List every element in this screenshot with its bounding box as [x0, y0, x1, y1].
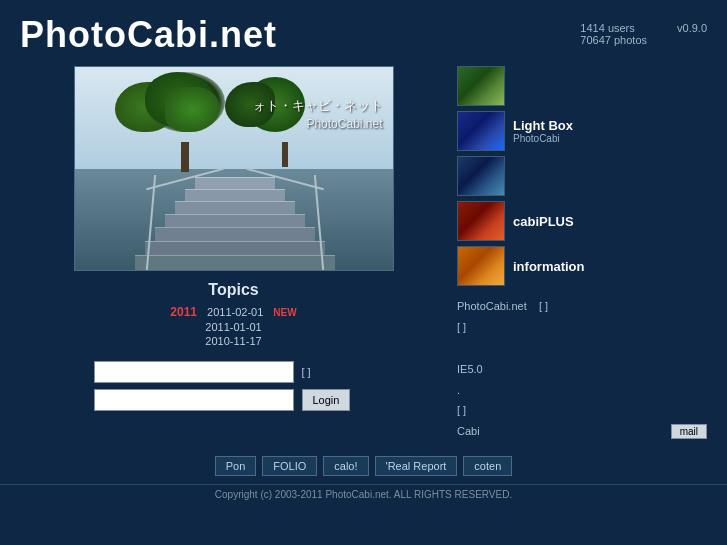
thumb-row-1: Light Box PhotoCabi — [457, 111, 707, 151]
center-column: ォト・キャビ・ネット PhotoCabi.net Topics 2011 201… — [20, 66, 447, 442]
thumb-row-0 — [457, 66, 707, 106]
thumb-row-2 — [457, 156, 707, 196]
thumbnail-4[interactable] — [457, 246, 505, 286]
hero-site-name: PhotoCabi.net — [253, 117, 383, 131]
side-right: Light Box PhotoCabi cabiPLUS information — [447, 66, 707, 442]
info-dot: . — [457, 384, 460, 396]
footer-text: Copyright (c) 2003-2011 PhotoCabi.net. A… — [215, 489, 512, 500]
info-line-6: [ ] — [457, 400, 707, 421]
step-7 — [195, 177, 275, 189]
hero-jp-text: ォト・キャビ・ネット — [253, 97, 383, 115]
topic-date-1[interactable]: 2011-01-01 — [205, 321, 261, 333]
topics-title: Topics — [74, 281, 394, 299]
nav-real-report[interactable]: 'Real Report — [375, 456, 458, 476]
topic-badge-0: NEW — [273, 307, 296, 318]
info-line-4: IE5.0 — [457, 359, 707, 380]
info-bracket-1: [ ] — [539, 300, 548, 312]
thumb-sub-1: PhotoCabi — [513, 133, 573, 144]
step-4 — [165, 214, 305, 227]
thumbnail-section: Light Box PhotoCabi cabiPLUS information — [457, 66, 707, 286]
step-6 — [185, 189, 285, 201]
step-3 — [155, 227, 315, 241]
info-section: PhotoCabi.net [ ] [ ] IE5.0 . [ ] — [457, 296, 707, 442]
thumbnail-3[interactable] — [457, 201, 505, 241]
nav-calo[interactable]: calo! — [323, 456, 368, 476]
topic-row-0: 2011 2011-02-01 NEW — [170, 305, 296, 319]
header-right: 1414 users 70647 photos v0.9.0 — [580, 14, 707, 46]
thumb-row-4: information — [457, 246, 707, 286]
content-area: ォト・キャビ・ネット PhotoCabi.net Topics 2011 201… — [0, 66, 727, 442]
info-ie: IE5.0 — [457, 363, 483, 375]
topics-list: 2011 2011-02-01 NEW 2011-01-01 2010-11-1… — [74, 305, 394, 347]
nav-folio[interactable]: FOLIO — [262, 456, 317, 476]
info-line-5: . — [457, 380, 707, 401]
step-1 — [135, 255, 335, 270]
thumbnail-1[interactable] — [457, 111, 505, 151]
login-row-1: [ ] — [94, 361, 374, 383]
hero-overlay: ォト・キャビ・ネット PhotoCabi.net — [253, 97, 383, 131]
password-input[interactable] — [94, 389, 294, 411]
mail-button[interactable]: mail — [671, 424, 707, 439]
users-count: 1414 users — [580, 22, 647, 34]
info-mail-row: Cabi mail — [457, 421, 707, 442]
thumb-row-3: cabiPLUS — [457, 201, 707, 241]
bottom-nav: Pon FOLIO calo! 'Real Report coten — [0, 456, 727, 476]
header: PhotoCabi.net 1414 users 70647 photos v0… — [0, 0, 727, 66]
info-photocabi: PhotoCabi.net — [457, 300, 527, 312]
staircase — [135, 140, 335, 270]
thumb-title-1: Light Box — [513, 118, 573, 133]
topic-date-2[interactable]: 2010-11-17 — [205, 335, 261, 347]
photos-count: 70647 photos — [580, 34, 647, 46]
info-bracket-2: [ ] — [457, 321, 466, 333]
nav-pon[interactable]: Pon — [215, 456, 257, 476]
step-2 — [145, 241, 325, 255]
thumb-label-1: Light Box PhotoCabi — [513, 118, 573, 144]
step-5 — [175, 201, 295, 214]
login-section: [ ] Login — [94, 361, 374, 417]
footer: Copyright (c) 2003-2011 PhotoCabi.net. A… — [0, 484, 727, 500]
bracket-label-1: [ ] — [302, 366, 311, 378]
info-line-2: [ ] — [457, 317, 707, 338]
thumbnail-2[interactable] — [457, 156, 505, 196]
page-container: PhotoCabi.net 1414 users 70647 photos v0… — [0, 0, 727, 500]
thumb-title-3: cabiPLUS — [513, 214, 574, 229]
nav-coten[interactable]: coten — [463, 456, 512, 476]
username-input[interactable] — [94, 361, 294, 383]
login-row-2: Login — [94, 389, 374, 411]
topic-date-0[interactable]: 2011-02-01 — [207, 306, 263, 318]
thumbnail-0[interactable] — [457, 66, 505, 106]
topics-section: Topics 2011 2011-02-01 NEW 2011-01-01 20… — [74, 281, 394, 347]
version: v0.9.0 — [677, 22, 707, 34]
login-button[interactable]: Login — [302, 389, 351, 411]
cabi-label: Cabi — [457, 421, 480, 442]
thumb-title-4: information — [513, 259, 585, 274]
topic-row-2: 2010-11-17 — [205, 335, 261, 347]
logo: PhotoCabi.net — [20, 14, 277, 56]
topic-row-1: 2011-01-01 — [205, 321, 261, 333]
info-line-3 — [457, 338, 707, 359]
hero-image: ォト・キャビ・ネット PhotoCabi.net — [74, 66, 394, 271]
info-line-1: PhotoCabi.net [ ] — [457, 296, 707, 317]
tree-leaves-3 — [165, 87, 220, 132]
info-bracket-3: [ ] — [457, 404, 466, 416]
topic-year: 2011 — [170, 305, 197, 319]
header-stats: 1414 users 70647 photos — [580, 22, 647, 46]
